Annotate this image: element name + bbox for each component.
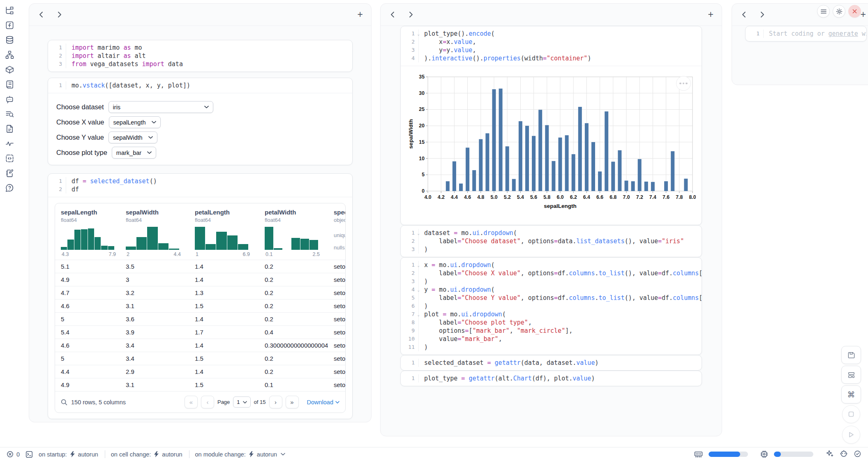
code-line[interactable]: 2import altair as alt (48, 52, 352, 60)
save-button[interactable] (841, 346, 861, 364)
command-palette-button[interactable]: ⌘ (841, 385, 861, 403)
add-cell-button[interactable]: + (708, 10, 713, 19)
nav-prev-icon[interactable] (389, 11, 396, 18)
code-line[interactable]: 1mo.vstack([dataset, x, y, plot]) (48, 81, 352, 90)
code-line[interactable]: 3) (401, 245, 702, 254)
code-editor-plot-type[interactable]: 1plot_type = getattr(alt.Chart(df), plot… (401, 371, 702, 386)
column-header[interactable]: sepalLengthfloat64 (55, 203, 120, 223)
code-editor-dataframe[interactable]: 1df = selected_dataset()2df (48, 174, 352, 197)
terminal-button[interactable] (25, 451, 33, 458)
nav-next-icon[interactable] (56, 11, 63, 18)
chat-bot-button[interactable] (840, 449, 848, 459)
altair-bar-chart[interactable]: 4.04.24.44.64.85.05.25.45.65.86.06.26.46… (408, 72, 696, 212)
fold-icon[interactable]: ⌄ (418, 261, 420, 270)
chevron-down-icon (243, 401, 247, 403)
bot-message-icon[interactable] (5, 95, 14, 104)
code-line[interactable]: 7⌄plot = mo.ui.dropdown( (401, 310, 702, 318)
fold-icon[interactable]: ⌄ (418, 311, 420, 319)
code-line[interactable]: 1Start coding or generate with (746, 30, 866, 38)
code-line[interactable]: 9 options=["mark_bar", "mark_circle"], (401, 327, 702, 335)
column-header[interactable]: sepalWidthfloat64 (120, 203, 189, 223)
settings-button[interactable] (833, 5, 845, 18)
scroll-text-icon[interactable] (5, 80, 14, 89)
code-line[interactable]: 2 x=x.value, (401, 38, 702, 46)
code-editor-imports[interactable]: 1import marimo as mo2import altair as al… (48, 40, 352, 71)
code-line[interactable]: 1selected_dataset = getattr(data, datase… (401, 359, 702, 367)
package-icon[interactable] (5, 65, 14, 74)
nav-next-icon[interactable] (407, 11, 415, 18)
code-line[interactable]: 2df (48, 185, 352, 194)
file-tree-icon[interactable] (5, 6, 14, 15)
run-button[interactable] (842, 426, 860, 444)
code-line[interactable]: 10 value="mark_bar", (401, 335, 702, 343)
download-button[interactable]: Download (307, 399, 340, 406)
code-line[interactable]: 2 label="Choose X value", options=df.col… (401, 269, 702, 277)
list-search-icon[interactable] (5, 109, 14, 119)
dropdown-select[interactable]: sepalWidth (108, 131, 157, 143)
column-header[interactable]: speciesobject (328, 203, 345, 223)
errors-indicator[interactable]: 0 (7, 451, 20, 458)
first-page-button[interactable]: « (185, 396, 198, 408)
database-icon[interactable] (5, 35, 14, 45)
code-editor-selected-dataset[interactable]: 1selected_dataset = getattr(data, datase… (401, 355, 702, 370)
connection-status[interactable] (854, 450, 861, 459)
search-icon[interactable] (61, 399, 67, 406)
code-line[interactable]: 8 label="Choose plot type", (401, 318, 702, 327)
code-cell-xy-plot-dropdowns: 1⌄x = mo.ui.dropdown(2 label="Choose X v… (400, 257, 702, 355)
on-cell-change-setting[interactable]: on cell change: autorun (111, 451, 182, 458)
code-editor-empty[interactable]: 1Start coding or generate with (746, 26, 866, 41)
fold-icon[interactable]: ⌄ (418, 30, 420, 38)
code-line[interactable]: 1⌄dataset = mo.ui.dropdown( (401, 229, 702, 237)
code-line[interactable]: 3from vega_datasets import data (48, 60, 352, 68)
fold-icon[interactable]: ⌄ (418, 229, 420, 237)
code-line[interactable]: 6) (401, 302, 702, 310)
fold-icon[interactable]: ⌄ (418, 286, 420, 294)
column-header[interactable]: petalWidthfloat64 (259, 203, 328, 223)
layout-panels-button[interactable] (841, 366, 861, 384)
column-header[interactable]: petalLengthfloat64 (189, 203, 259, 223)
help-circle-icon[interactable] (5, 183, 14, 193)
on-module-change-setting[interactable]: on module change: autorun (195, 451, 286, 458)
chart-actions-button[interactable] (676, 76, 691, 91)
table-cell: 0.2 (259, 299, 328, 312)
nav-prev-icon[interactable] (37, 11, 45, 18)
add-cell-button[interactable]: + (358, 10, 363, 19)
code-line[interactable]: 1import marimo as mo (48, 44, 352, 52)
page-select[interactable]: 1 (233, 396, 250, 408)
code-line[interactable]: 1df = selected_dataset() (48, 177, 352, 185)
dropdown-select[interactable]: mark_bar (112, 147, 156, 159)
dropdown-select[interactable]: sepalLength (109, 116, 161, 128)
add-cell-button[interactable]: + (861, 10, 866, 19)
code-line[interactable]: 11) (401, 343, 702, 351)
network-icon[interactable] (5, 50, 14, 60)
code-line[interactable]: 5 label="Choose Y value", options=df.col… (401, 294, 702, 302)
dropdown-select[interactable]: iris (108, 101, 213, 113)
file-text-icon[interactable] (5, 124, 14, 134)
code-editor-dataset-dropdown[interactable]: 1⌄dataset = mo.ui.dropdown(2 label="Choo… (401, 226, 702, 257)
nav-next-icon[interactable] (759, 11, 766, 18)
code-editor-xy-plot-dropdowns[interactable]: 1⌄x = mo.ui.dropdown(2 label="Choose X v… (401, 258, 702, 355)
next-page-button[interactable]: › (269, 396, 282, 408)
stop-button[interactable] (842, 405, 860, 423)
code-line[interactable]: 3 y=y.value, (401, 46, 702, 54)
code-line[interactable]: 1⌄x = mo.ui.dropdown( (401, 261, 702, 269)
code-editor-vstack[interactable]: 1mo.vstack([dataset, x, y, plot]) (48, 78, 352, 93)
code-square-icon[interactable] (5, 154, 14, 163)
function-square-icon[interactable] (5, 21, 14, 30)
code-line[interactable]: 1plot_type = getattr(alt.Chart(df), plot… (401, 374, 702, 383)
ai-assistant-button[interactable] (826, 449, 834, 459)
menu-button[interactable] (817, 5, 830, 18)
notebook-pen-icon[interactable] (5, 168, 14, 178)
on-startup-setting[interactable]: on startup: autorun (39, 451, 98, 458)
code-line[interactable]: 2 label="Choose dataset", options=data.l… (401, 237, 702, 245)
code-line[interactable]: 4).interactive().properties(width="conta… (401, 54, 702, 62)
close-panel-button[interactable] (848, 5, 861, 18)
code-line[interactable]: 1⌄plot_type().encode( (401, 30, 702, 38)
code-line[interactable]: 4⌄y = mo.ui.dropdown( (401, 286, 702, 294)
code-editor-plot[interactable]: 1⌄plot_type().encode(2 x=x.value,3 y=y.v… (401, 26, 702, 66)
prev-page-button[interactable]: ‹ (201, 396, 214, 408)
nav-prev-icon[interactable] (740, 11, 748, 18)
activity-icon[interactable] (5, 139, 14, 148)
code-line[interactable]: 3) (401, 277, 702, 286)
last-page-button[interactable]: » (286, 396, 299, 408)
